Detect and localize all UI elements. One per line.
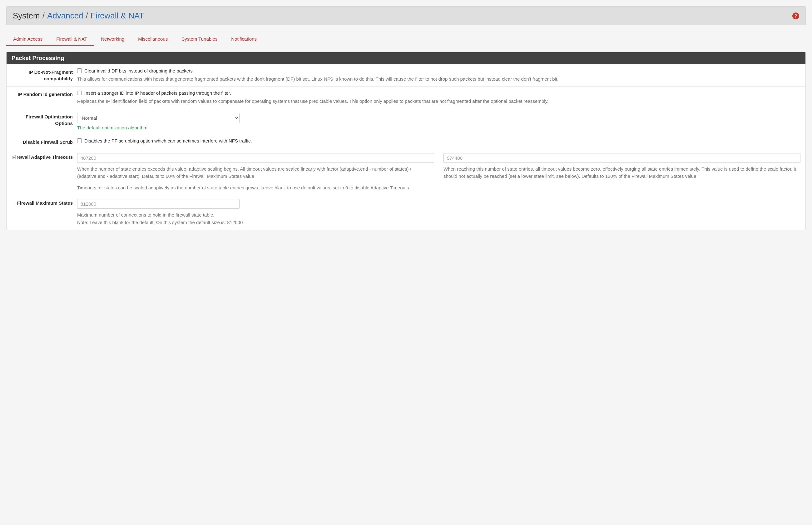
tab-firewall-nat[interactable]: Firewall & NAT bbox=[49, 33, 94, 46]
help-icon[interactable]: ? bbox=[792, 13, 799, 19]
breadcrumb-sep: / bbox=[86, 11, 88, 20]
label-dnf: IP Do-Not-Fragment compatibility bbox=[12, 68, 77, 82]
input-maxstates[interactable] bbox=[77, 199, 239, 209]
label-maxstates: Firewall Maximum States bbox=[12, 199, 77, 226]
checkbox-label-scrub: Disables the PF scrubbing option which c… bbox=[84, 138, 252, 144]
label-scrub: Disable Firewall Scrub bbox=[12, 138, 77, 145]
row-randomid: IP Random id generation Insert a stronge… bbox=[6, 86, 806, 108]
row-dnf: IP Do-Not-Fragment compatibility Clear i… bbox=[6, 64, 806, 86]
help-dnf: This allows for communications with host… bbox=[77, 75, 800, 82]
help-randomid: Replaces the IP identification field of … bbox=[77, 97, 800, 105]
panel-header: Packet Processing bbox=[6, 52, 806, 64]
input-adaptive-end[interactable] bbox=[443, 153, 800, 163]
row-optimization: Firewall Optimization Options Normal The… bbox=[6, 109, 806, 134]
tab-system-tunables[interactable]: System Tunables bbox=[175, 33, 224, 46]
checkbox-label-randomid: Insert a stronger ID into IP header of p… bbox=[84, 90, 231, 95]
breadcrumb-firewall-nat[interactable]: Firewall & NAT bbox=[91, 11, 144, 20]
help-adaptive-start: When the number of state entries exceeds… bbox=[77, 165, 434, 180]
help-adaptive-general: Timeouts for states can be scaled adapti… bbox=[77, 184, 800, 191]
help-optimization: The default optimization algorithm bbox=[77, 125, 800, 130]
help-adaptive-end: When reaching this number of state entri… bbox=[443, 165, 800, 180]
panel-packet-processing: Packet Processing IP Do-Not-Fragment com… bbox=[6, 52, 806, 230]
label-optimization: Firewall Optimization Options bbox=[12, 113, 77, 130]
checkbox-randomid[interactable] bbox=[77, 91, 82, 95]
tabs: Admin Access Firewall & NAT Networking M… bbox=[6, 33, 806, 46]
help-maxstates-1: Maximum number of connections to hold in… bbox=[77, 212, 214, 217]
row-adaptive: Firewall Adaptive Timeouts When the numb… bbox=[6, 149, 806, 195]
breadcrumb-bar: System / Advanced / Firewall & NAT ? bbox=[6, 6, 806, 25]
breadcrumb-advanced[interactable]: Advanced bbox=[47, 11, 83, 20]
label-randomid: IP Random id generation bbox=[12, 90, 77, 105]
label-adaptive: Firewall Adaptive Timeouts bbox=[12, 153, 77, 192]
help-maxstates-2: Note: Leave this blank for the default. … bbox=[77, 220, 243, 225]
tab-notifications[interactable]: Notifications bbox=[224, 33, 264, 46]
row-maxstates: Firewall Maximum States Maximum number o… bbox=[6, 195, 806, 230]
breadcrumb-root: System bbox=[13, 11, 40, 20]
input-adaptive-start[interactable] bbox=[77, 153, 434, 163]
tab-networking[interactable]: Networking bbox=[94, 33, 131, 46]
checkbox-label-dnf: Clear invalid DF bits instead of droppin… bbox=[84, 68, 193, 73]
breadcrumb: System / Advanced / Firewall & NAT bbox=[13, 11, 144, 20]
row-scrub: Disable Firewall Scrub Disables the PF s… bbox=[6, 134, 806, 149]
tab-admin-access[interactable]: Admin Access bbox=[6, 33, 49, 46]
checkbox-dnf[interactable] bbox=[77, 69, 82, 73]
breadcrumb-sep: / bbox=[43, 11, 45, 20]
checkbox-scrub[interactable] bbox=[77, 138, 82, 143]
tab-miscellaneous[interactable]: Miscellaneous bbox=[131, 33, 175, 46]
select-optimization[interactable]: Normal bbox=[77, 113, 239, 123]
